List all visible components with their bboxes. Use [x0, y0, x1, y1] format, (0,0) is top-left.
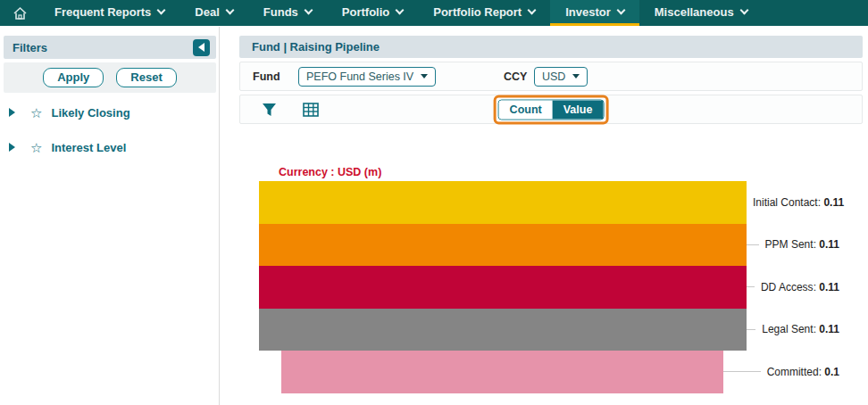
filters-sidebar: Filters Apply Reset ☆ Likely Closing ☆ I…	[0, 27, 220, 405]
chevron-down-icon	[616, 5, 625, 14]
nav-item-label: Miscellaneous	[655, 5, 734, 19]
funnel-stage-callout: Legal Sent: 0.11	[747, 309, 839, 351]
funnel-stage-bar[interactable]	[281, 351, 723, 393]
value-toggle-button[interactable]: Value	[553, 100, 604, 119]
filter-group-label: Likely Closing	[51, 106, 129, 120]
filters-header: Filters	[4, 36, 216, 59]
funnel-stage-bar[interactable]	[259, 181, 747, 224]
table-grid-icon	[303, 103, 319, 117]
filter-group-label: Interest Level	[51, 141, 126, 154]
nav-item-label: Deal	[195, 5, 219, 19]
chevron-down-icon	[225, 5, 234, 14]
fund-selector-row: Fund PEFO Fund Series IV CCY USD	[239, 62, 863, 91]
raising-pipeline-funnel: Initial Contact: 0.11 PPM Sent: 0.11 DD …	[259, 181, 839, 393]
nav-item-label: Funds	[263, 5, 298, 19]
ccy-dropdown[interactable]: USD	[534, 67, 588, 87]
star-icon[interactable]: ☆	[30, 141, 42, 154]
expand-icon[interactable]	[9, 108, 15, 117]
nav-item[interactable]: Frequent Reports	[39, 0, 179, 26]
count-value-toggle: Count Value	[498, 99, 605, 120]
chevron-down-icon	[528, 5, 537, 14]
funnel-stage-row: Legal Sent: 0.11	[259, 309, 839, 351]
funnel-stage-label: DD Access: 0.11	[761, 281, 839, 293]
funnel-stage-row: Committed: 0.1	[259, 351, 839, 393]
filter-list: ☆ Likely Closing ☆ Interest Level	[0, 104, 219, 155]
chevron-down-icon	[739, 5, 748, 14]
nav-item[interactable]: Portfolio Report	[418, 0, 550, 26]
nav-item-label: Investor	[565, 5, 611, 19]
nav-item[interactable]: Miscellaneous	[639, 0, 763, 26]
collapse-left-icon	[198, 43, 204, 52]
funnel-stage-row: PPM Sent: 0.11	[259, 224, 839, 267]
funnel-stage-bar[interactable]	[259, 266, 747, 309]
toolbar-row: Count Value	[239, 95, 863, 124]
nav-item[interactable]: Investor	[550, 0, 639, 26]
funnel-stage-row: Initial Contact: 0.11	[259, 181, 839, 224]
funnel-stage-label: Legal Sent: 0.11	[762, 323, 839, 335]
funnel-stage-label: Committed: 0.1	[767, 366, 839, 378]
funnel-stage-label: PPM Sent: 0.11	[765, 238, 839, 251]
funnel-stage-row: DD Access: 0.11	[259, 266, 839, 309]
nav-item[interactable]: Funds	[248, 0, 327, 26]
page-title: Fund | Raising Pipeline	[252, 40, 380, 54]
chevron-down-icon	[157, 5, 166, 14]
main-panel: Fund | Raising Pipeline Fund PEFO Fund S…	[239, 36, 863, 405]
leader-line	[747, 329, 755, 330]
filter-funnel-button[interactable]	[262, 103, 277, 117]
apply-button[interactable]: Apply	[43, 68, 104, 87]
nav-item-label: Portfolio Report	[433, 5, 522, 19]
funnel-stage-callout: Committed: 0.1	[723, 351, 839, 393]
ccy-label: CCY	[504, 70, 527, 83]
funnel-stage-label: Initial Contact: 0.11	[753, 196, 844, 209]
filter-group[interactable]: ☆ Interest Level	[9, 139, 219, 155]
nav-item-label: Portfolio	[342, 5, 389, 19]
funnel-stage-bar[interactable]	[259, 224, 747, 267]
fund-dropdown[interactable]: PEFO Fund Series IV	[298, 67, 436, 87]
count-toggle-button[interactable]: Count	[499, 100, 553, 119]
funnel-stage-callout: Initial Contact: 0.11	[747, 181, 839, 224]
chart-currency-label: Currency : USD (m)	[279, 166, 381, 178]
nav-item[interactable]: Deal	[179, 0, 247, 26]
leader-line	[723, 371, 761, 372]
page-title-bar: Fund | Raising Pipeline	[239, 36, 863, 58]
reset-button[interactable]: Reset	[116, 68, 176, 87]
fund-dropdown-value: PEFO Fund Series IV	[306, 70, 413, 83]
top-navigation: Frequent Reports Deal Funds Portfolio Po…	[0, 0, 868, 26]
funnel-filter-icon	[262, 103, 277, 117]
filter-actions: Apply Reset	[4, 62, 216, 93]
funnel-stage-bar[interactable]	[259, 309, 747, 351]
funnel-stage-callout: PPM Sent: 0.11	[747, 224, 839, 267]
table-view-button[interactable]	[303, 103, 319, 117]
filters-title: Filters	[13, 41, 193, 54]
home-icon	[13, 6, 28, 21]
filter-group[interactable]: ☆ Likely Closing	[9, 104, 219, 120]
ccy-dropdown-value: USD	[542, 70, 565, 83]
expand-icon[interactable]	[9, 143, 15, 152]
nav-item-label: Frequent Reports	[54, 5, 151, 19]
leader-line	[747, 244, 759, 245]
dropdown-caret-icon	[421, 74, 428, 79]
nav-item[interactable]: Portfolio	[327, 0, 418, 26]
star-icon[interactable]: ☆	[30, 106, 42, 120]
dropdown-caret-icon	[572, 74, 580, 79]
collapse-sidebar-button[interactable]	[193, 39, 210, 56]
chevron-down-icon	[304, 5, 313, 14]
funnel-stage-callout: DD Access: 0.11	[747, 266, 839, 309]
chevron-down-icon	[396, 5, 405, 14]
fund-label: Fund	[253, 70, 280, 83]
home-button[interactable]	[0, 0, 39, 26]
toggle-highlight-box: Count Value	[494, 95, 609, 124]
leader-line	[747, 286, 755, 287]
